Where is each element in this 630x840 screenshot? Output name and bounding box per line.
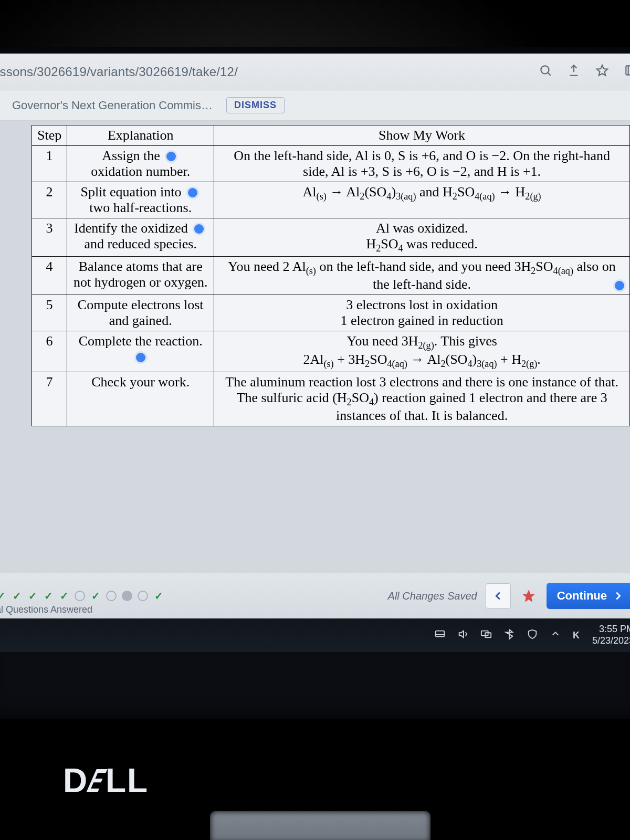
laptop-brand: DELL	[63, 761, 149, 800]
touchpad-icon[interactable]	[434, 628, 446, 643]
hint-dot-icon[interactable]	[615, 281, 624, 290]
table-row: 3Identify the oxidized and reduced speci…	[32, 218, 630, 257]
progress-dot[interactable]	[75, 591, 85, 601]
continue-button[interactable]: Continue	[547, 583, 630, 609]
collections-icon[interactable]	[624, 64, 630, 80]
prev-question-button[interactable]	[486, 583, 511, 608]
banner-title: Governor's Next Generation Commis…	[12, 99, 213, 112]
step-number: 7	[32, 372, 67, 426]
progress-dot[interactable]	[90, 591, 101, 601]
hint-dot-icon[interactable]	[136, 353, 145, 362]
step-number: 2	[32, 182, 67, 218]
explanation-cell: Assign the oxidation number.	[67, 146, 214, 182]
hint-dot-icon[interactable]	[188, 188, 197, 197]
url-text: essons/3026619/variants/3026619/take/12/	[0, 65, 539, 79]
progress-dot[interactable]	[59, 591, 69, 601]
progress-dot[interactable]	[153, 591, 164, 601]
keyboard-layout-icon[interactable]: K	[573, 630, 580, 641]
project-icon[interactable]	[480, 628, 492, 643]
table-row: 4Balance atoms that are not hydrogen or …	[32, 257, 630, 295]
windows-taskbar: K 3:55 PM 5/23/2023	[0, 618, 630, 652]
saved-indicator: All Changes Saved	[388, 590, 477, 602]
quiz-table: Step Explanation Show My Work 1Assign th…	[32, 125, 630, 426]
step-number: 4	[32, 257, 67, 295]
progress-dots[interactable]	[0, 591, 164, 601]
security-icon[interactable]	[527, 628, 538, 643]
explanation-cell: Identify the oxidized and reduced specie…	[67, 218, 214, 257]
progress-dot[interactable]	[0, 591, 6, 601]
show-work-cell: The aluminum reaction lost 3 electrons a…	[214, 372, 630, 426]
clock-date: 5/23/2023	[592, 635, 630, 647]
col-step: Step	[32, 125, 67, 146]
svg-rect-2	[436, 631, 445, 636]
clock-time: 3:55 PM	[592, 624, 630, 635]
show-work-cell: You need 3H2(g). This gives2Al(s) + 3H2S…	[214, 331, 630, 372]
show-work-cell: You need 2 Al(s) on the left-hand side, …	[214, 257, 630, 295]
col-work: Show My Work	[214, 125, 630, 146]
progress-dot[interactable]	[106, 591, 117, 601]
show-work-cell: Al(s) → Al2(SO4)3(aq) and H2SO4(aq) → H2…	[214, 182, 630, 218]
quiz-footer: al Questions Answered All Changes Saved …	[0, 573, 630, 618]
bluetooth-icon[interactable]	[503, 628, 515, 643]
volume-icon[interactable]	[457, 628, 469, 643]
show-work-cell: On the left-hand side, Al is 0, S is +6,…	[214, 146, 630, 182]
notification-banner: l: Governor's Next Generation Commis… DI…	[0, 90, 630, 121]
system-tray[interactable]: K	[434, 628, 580, 643]
pin-icon[interactable]	[516, 583, 541, 608]
table-row: 6Complete the reaction. You need 3H2(g).…	[32, 331, 630, 372]
explanation-cell: Split equation into two half-reactions.	[67, 182, 214, 218]
explanation-cell: Complete the reaction.	[67, 331, 214, 372]
table-row: 2Split equation into two half-reactions.…	[32, 182, 630, 218]
show-work-cell: Al was oxidized.H2SO4 was reduced.	[214, 218, 630, 257]
dismiss-button[interactable]: DISMISS	[226, 97, 285, 113]
explanation-cell: Check your work.	[67, 372, 214, 426]
progress-dot[interactable]	[122, 591, 132, 601]
svg-point-0	[541, 66, 549, 74]
step-number: 6	[32, 331, 67, 372]
progress-dot[interactable]	[138, 591, 148, 601]
table-header-row: Step Explanation Show My Work	[32, 125, 630, 146]
quiz-table-wrap: Step Explanation Show My Work 1Assign th…	[0, 121, 630, 430]
hint-dot-icon[interactable]	[194, 224, 204, 234]
col-expl: Explanation	[67, 125, 214, 146]
taskbar-clock[interactable]: 3:55 PM 5/23/2023	[592, 624, 630, 646]
table-row: 1Assign the oxidation number.On the left…	[32, 146, 630, 182]
table-row: 7Check your work.The aluminum reaction l…	[32, 372, 630, 426]
continue-label: Continue	[557, 589, 607, 603]
step-number: 5	[32, 295, 67, 331]
show-work-cell: 3 electrons lost in oxidation1 electron …	[214, 295, 630, 331]
progress-dot[interactable]	[43, 591, 54, 601]
table-row: 5Compute electrons lost and gained.3 ele…	[32, 295, 630, 331]
laptop-trackpad	[210, 811, 430, 840]
step-number: 1	[32, 146, 67, 182]
step-number: 3	[32, 218, 67, 257]
search-icon[interactable]	[539, 64, 552, 80]
tray-chevron-icon[interactable]	[550, 628, 561, 643]
progress-dot[interactable]	[12, 591, 22, 601]
browser-address-bar: essons/3026619/variants/3026619/take/12/	[0, 54, 630, 90]
explanation-cell: Compute electrons lost and gained.	[67, 295, 214, 331]
hint-dot-icon[interactable]	[166, 152, 176, 161]
questions-answered-label: al Questions Answered	[0, 604, 92, 615]
explanation-cell: Balance atoms that are not hydrogen or o…	[67, 257, 214, 295]
progress-dot[interactable]	[27, 591, 38, 601]
star-icon[interactable]	[595, 64, 609, 80]
share-icon[interactable]	[567, 64, 581, 80]
